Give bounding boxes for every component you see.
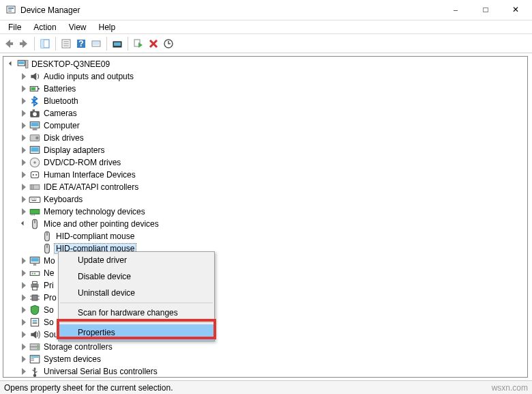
ide-icon [29, 182, 41, 193]
ctx-update-driver[interactable]: Update driver [59, 252, 214, 268]
expand-icon[interactable] [18, 197, 29, 201]
update-driver-button[interactable] [110, 36, 125, 51]
separator [55, 37, 56, 51]
tree-label: Keyboards [42, 195, 84, 204]
expand-icon[interactable] [18, 99, 29, 103]
properties-button[interactable] [59, 36, 74, 51]
svg-rect-49 [30, 210, 40, 214]
category-disk[interactable]: Disk drives [3, 132, 527, 144]
expand-icon[interactable] [18, 136, 29, 140]
collapse-icon[interactable] [6, 63, 16, 66]
menu-action[interactable]: Action [28, 21, 61, 33]
expand-icon[interactable] [18, 271, 29, 275]
svg-rect-37 [31, 172, 38, 178]
disk-icon [29, 132, 41, 143]
tree-label: Mice and other pointing devices [42, 219, 160, 229]
tree-label: Storage controllers [42, 342, 114, 352]
maximize-button[interactable]: □ [471, 1, 501, 20]
category-memory[interactable]: Memory technology devices [3, 206, 527, 218]
category-usb[interactable]: Universal Serial Bus controllers [3, 365, 527, 378]
svg-rect-45 [33, 199, 33, 199]
svg-rect-60 [31, 258, 38, 262]
status-bar: Opens property sheet for the current sel… [0, 380, 532, 394]
category-system[interactable]: System devices [3, 353, 527, 365]
expand-icon[interactable] [18, 87, 29, 91]
storage-icon [29, 341, 41, 352]
svg-rect-50 [31, 214, 31, 215]
expand-icon[interactable] [18, 160, 29, 165]
enable-button[interactable] [131, 36, 146, 51]
category-mice[interactable]: Mice and other pointing devices [3, 218, 527, 230]
titlebar: Device Manager – □ ✕ [0, 0, 532, 20]
menu-view[interactable]: View [63, 21, 92, 33]
svg-rect-84 [31, 360, 34, 361]
root-node[interactable]: DESKTOP-Q3NEE09 [3, 58, 527, 70]
scan-hardware-button[interactable] [161, 36, 176, 51]
expand-icon[interactable] [18, 283, 29, 287]
expand-icon[interactable] [18, 74, 29, 79]
svg-point-38 [33, 174, 34, 175]
expand-icon[interactable] [18, 259, 29, 263]
svg-rect-46 [34, 199, 35, 199]
svg-rect-47 [35, 199, 36, 199]
sound-icon [29, 329, 41, 340]
ctx-disable-device[interactable]: Disable device [59, 268, 214, 285]
category-computer[interactable]: Computer [3, 119, 527, 132]
keyboard-icon [29, 194, 41, 205]
svg-point-80 [38, 348, 39, 349]
category-battery[interactable]: Batteries [3, 83, 527, 95]
print-icon [29, 280, 41, 291]
ctx-uninstall-device[interactable]: Uninstall device [59, 285, 214, 301]
pc-icon [16, 59, 29, 70]
category-hid[interactable]: Human Interface Devices [3, 169, 527, 181]
memory-icon [29, 206, 41, 217]
tree-label: Universal Serial Bus controllers [42, 367, 159, 376]
category-dvd[interactable]: DVD/CD-ROM drives [3, 156, 527, 169]
svg-rect-16 [114, 42, 121, 46]
svg-rect-83 [31, 358, 34, 359]
back-button[interactable] [1, 36, 16, 51]
tree-label: So [42, 305, 55, 315]
tree-label: Pri [42, 281, 55, 290]
svg-rect-34 [31, 147, 38, 152]
expand-icon[interactable] [18, 320, 29, 324]
device-mouse-0[interactable]: HID-compliant mouse [3, 230, 527, 242]
computer-icon [29, 120, 41, 131]
collapse-icon[interactable] [18, 223, 29, 226]
svg-point-36 [33, 161, 35, 163]
expand-icon[interactable] [18, 124, 29, 128]
expand-icon[interactable] [18, 173, 29, 177]
expand-icon[interactable] [18, 148, 29, 152]
expand-icon[interactable] [18, 185, 29, 189]
expand-icon[interactable] [18, 357, 29, 361]
scan-button[interactable] [89, 36, 104, 51]
help-button[interactable]: ? [74, 36, 89, 51]
category-audio[interactable]: Audio inputs and outputs [3, 70, 527, 83]
uninstall-button[interactable] [146, 36, 161, 51]
svg-rect-51 [33, 214, 33, 215]
expand-icon[interactable] [18, 345, 29, 349]
menu-help[interactable]: Help [93, 21, 121, 33]
category-display[interactable]: Display adapters [3, 144, 527, 156]
expand-icon[interactable] [18, 296, 29, 300]
forward-button[interactable] [16, 36, 31, 51]
expand-icon[interactable] [18, 210, 29, 214]
category-bluetooth[interactable]: Bluetooth [3, 95, 527, 107]
tree-label: Pro [42, 293, 58, 302]
separator [128, 37, 128, 51]
expand-icon[interactable] [18, 333, 29, 337]
category-ide[interactable]: IDE ATA/ATAPI controllers [3, 181, 527, 193]
svg-point-32 [35, 137, 39, 140]
svg-rect-67 [33, 287, 38, 290]
category-camera[interactable]: Cameras [3, 107, 527, 119]
menu-file[interactable]: File [3, 21, 27, 33]
category-storage[interactable]: Storage controllers [3, 341, 527, 353]
expand-icon[interactable] [18, 111, 29, 115]
minimize-button[interactable]: – [441, 1, 471, 20]
category-keyboard[interactable]: Keyboards [3, 193, 527, 206]
close-button[interactable]: ✕ [501, 1, 531, 20]
status-text: Opens property sheet for the current sel… [4, 383, 173, 393]
expand-icon[interactable] [18, 308, 29, 312]
show-hide-button[interactable] [38, 36, 53, 51]
expand-icon[interactable] [18, 369, 29, 374]
